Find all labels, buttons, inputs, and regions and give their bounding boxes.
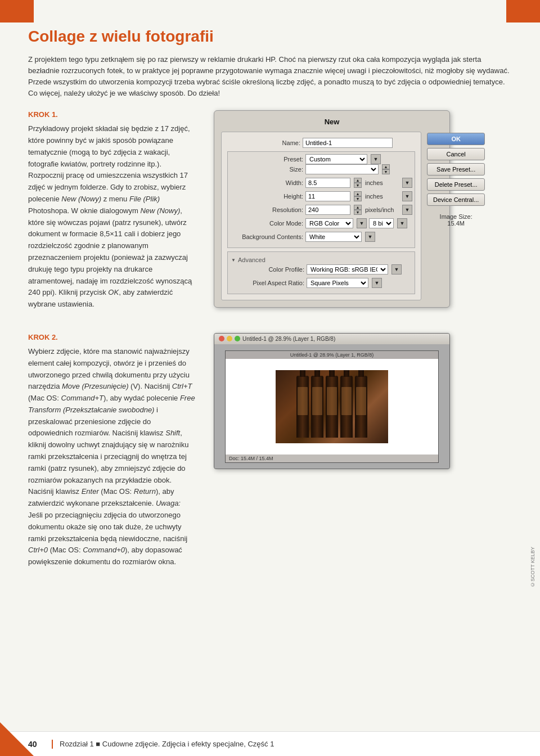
- ps-size-stepper[interactable]: ▲▼: [382, 164, 390, 174]
- ps-name-label: Name:: [227, 140, 300, 146]
- ps-size-select[interactable]: [305, 164, 379, 174]
- ps-colordepth-arrow[interactable]: ▼: [397, 218, 407, 228]
- ps-minimize-dot[interactable]: [227, 336, 232, 341]
- step-1-visual: New Name: Preset:: [214, 110, 512, 308]
- ps-resolution-label: Resolution:: [230, 206, 303, 213]
- ps-colorprofile-row: Color Profile: Working RGB: sRGB IEC6196…: [231, 264, 411, 274]
- ps-colorprofile-arrow[interactable]: ▼: [392, 264, 402, 274]
- ps-name-input[interactable]: [303, 138, 393, 148]
- ps-canvas-window: Untitled-1 @ 28.9% (Layer 1, RGB/8) Unti…: [214, 333, 450, 469]
- ps-cancel-button[interactable]: Cancel: [427, 148, 485, 160]
- ps-device-central-button[interactable]: Device Central...: [427, 194, 485, 206]
- ps-colormode-select[interactable]: RGB Color: [305, 218, 353, 228]
- step-2-text: KROK 2. Wybierz zdjęcie, które ma stanow…: [28, 333, 197, 568]
- ps-image-size-section: Image Size: 15.4M: [427, 213, 485, 227]
- intro-text: Z projektem tego typu zetknąłem się po r…: [28, 54, 512, 100]
- ps-image-size-value: 15.4M: [427, 220, 485, 227]
- ps-resolution-row: Resolution: ▲▼ pixels/inch ▼: [230, 205, 412, 215]
- ps-close-dot[interactable]: [219, 336, 224, 341]
- ps-height-input[interactable]: [305, 191, 350, 201]
- ps-delete-preset-button[interactable]: Delete Preset...: [427, 178, 485, 191]
- ps-size-label: Size:: [230, 166, 303, 173]
- step-2: KROK 2. Wybierz zdjęcie, które ma stanow…: [28, 333, 512, 568]
- ps-width-input[interactable]: [305, 178, 350, 188]
- header-section: Collage z wielu fotografii Z projektem t…: [28, 0, 512, 110]
- ps-document-window: Untitled-1 @ 28.9% (Layer 1, RGB/8): [225, 350, 439, 463]
- ps-colorprofile-label: Color Profile:: [231, 266, 304, 273]
- step-1-text: KROK 1. Przykładowy projekt składał się …: [28, 110, 197, 310]
- ps-canvas-inner: Untitled-1 @ 28.9% (Layer 1, RGB/8): [214, 345, 449, 469]
- ps-preset-section: Preset: Custom ▼ Size:: [227, 151, 415, 248]
- ps-resolution-unit: pixels/inch: [365, 206, 399, 213]
- ps-preset-arrow[interactable]: ▼: [371, 154, 381, 164]
- ps-width-row: Width: ▲▼ inches ▼: [230, 178, 412, 188]
- ps-doc-titlebar: Untitled-1 @ 28.9% (Layer 1, RGB/8): [226, 351, 438, 359]
- ps-canvas-titlebar: Untitled-1 @ 28.9% (Layer 1, RGB/8): [214, 334, 449, 345]
- ps-dialog-body: Name: Preset: Custom ▼: [221, 132, 443, 300]
- ps-pixelaspect-arrow[interactable]: ▼: [372, 278, 382, 288]
- ps-bg-arrow[interactable]: ▼: [365, 232, 375, 242]
- ps-doc-status: Doc: 15.4M / 15.4M: [229, 456, 273, 461]
- ps-preset-label: Preset:: [230, 156, 303, 163]
- page-footer: 40 Rozdział 1 ■ Cudowne zdjęcie. Zdjęcia…: [0, 731, 540, 756]
- ps-resolution-input[interactable]: [305, 205, 350, 215]
- ps-height-unit-arrow[interactable]: ▼: [402, 191, 412, 201]
- step-1-content: Przykładowy projekt składał się będzie z…: [28, 123, 197, 310]
- ps-advanced-label[interactable]: Advanced: [231, 256, 411, 263]
- ps-pixelaspect-select[interactable]: Square Pixels: [307, 278, 368, 288]
- ps-colormode-row: Color Mode: RGB Color ▼ 8 bit ▼: [230, 218, 412, 228]
- ps-ok-button[interactable]: OK: [427, 133, 485, 145]
- ps-preset-inner: Preset: Custom ▼: [230, 154, 412, 164]
- ps-bg-row: Background Contents: White ▼: [230, 232, 412, 242]
- ps-window-controls: [219, 336, 240, 341]
- step-2-visual: Untitled-1 @ 28.9% (Layer 1, RGB/8) Unti…: [214, 333, 512, 469]
- ps-new-dialog: New Name: Preset:: [214, 110, 450, 308]
- ps-dialog-title: New: [221, 118, 443, 126]
- ps-canvas-title: Untitled-1 @ 28.9% (Layer 1, RGB/8): [242, 336, 335, 342]
- ps-height-unit: inches: [365, 193, 399, 200]
- step-1: KROK 1. Przykładowy projekt składał się …: [28, 110, 512, 310]
- bottom-orange-triangle: [0, 722, 34, 756]
- ps-dialog-form: Name: Preset: Custom ▼: [221, 132, 421, 300]
- wine-bottle-4: [340, 376, 353, 438]
- ps-pixelaspect-label: Pixel Aspect Ratio:: [231, 280, 304, 286]
- page-title: Collage z wielu fotografii: [28, 27, 512, 46]
- wine-bottle-3: [326, 376, 338, 438]
- ps-advanced-section: Advanced Color Profile: Working RGB: sRG…: [227, 251, 415, 294]
- ps-width-label: Width:: [230, 179, 303, 186]
- ps-height-stepper[interactable]: ▲▼: [354, 191, 362, 201]
- ps-doc-statusbar: Doc: 15.4M / 15.4M: [226, 454, 438, 462]
- ps-image-size-label: Image Size:: [427, 213, 485, 220]
- side-label: ©SCOTT KELBY: [530, 547, 536, 587]
- ps-width-unit: inches: [365, 179, 399, 186]
- ps-colordepth-select[interactable]: 8 bit: [369, 218, 394, 228]
- step-1-label: KROK 1.: [28, 110, 197, 119]
- ps-colorprofile-select[interactable]: Working RGB: sRGB IEC61966-2.1: [307, 264, 388, 274]
- step-2-content: Wybierz zdjęcie, które ma stanowić najwa…: [28, 346, 197, 568]
- wine-bottle-2: [311, 376, 323, 438]
- ps-pixelaspect-row: Pixel Aspect Ratio: Square Pixels ▼: [231, 278, 411, 288]
- ps-doc-title: Untitled-1 @ 28.9% (Layer 1, RGB/8): [290, 352, 374, 358]
- ps-dialog-buttons: OK Cancel Save Preset... Delete Preset..…: [427, 132, 485, 300]
- ps-resolution-stepper[interactable]: ▲▼: [354, 205, 362, 215]
- ps-preset-select[interactable]: Custom: [305, 154, 367, 164]
- ps-size-row: Size: ▲▼: [230, 164, 412, 174]
- step-2-label: KROK 2.: [28, 333, 197, 341]
- ps-name-row: Name:: [227, 138, 415, 148]
- ps-resolution-unit-arrow[interactable]: ▼: [402, 205, 412, 215]
- ps-colormode-label: Color Mode:: [230, 220, 303, 227]
- ps-save-preset-button[interactable]: Save Preset...: [427, 163, 485, 176]
- ps-colormode-arrow[interactable]: ▼: [357, 218, 367, 228]
- ps-doc-canvas: [226, 359, 438, 454]
- ps-bg-select[interactable]: White: [305, 232, 362, 242]
- ps-width-stepper[interactable]: ▲▼: [354, 178, 362, 188]
- footer-separator: [52, 740, 53, 749]
- wine-bottle-5: [355, 376, 367, 438]
- ps-height-label: Height:: [230, 193, 303, 200]
- ps-bg-label: Background Contents:: [230, 233, 303, 240]
- ps-height-row: Height: ▲▼ inches ▼: [230, 191, 412, 201]
- steps-section: KROK 1. Przykładowy projekt składał się …: [28, 110, 512, 568]
- ps-width-unit-arrow[interactable]: ▼: [402, 178, 412, 188]
- footer-text: Rozdział 1 ■ Cudowne zdjęcie. Zdjęcia i …: [60, 740, 274, 748]
- ps-maximize-dot[interactable]: [235, 336, 240, 341]
